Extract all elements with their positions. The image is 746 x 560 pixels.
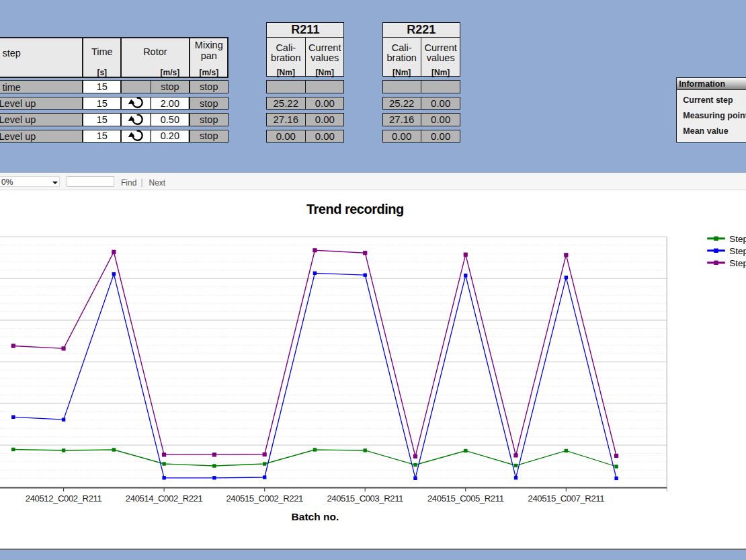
svg-text:Trend recording: Trend recording <box>306 202 404 216</box>
svg-text:240515_C003_R211: 240515_C003_R211 <box>327 493 403 504</box>
svg-text:240515_C002_R221: 240515_C002_R221 <box>226 493 303 504</box>
svg-text:Step 3: Step 3 <box>729 246 746 256</box>
svg-text:240512_C002_R211: 240512_C002_R211 <box>26 493 102 504</box>
svg-text:Batch no.: Batch no. <box>292 511 339 522</box>
svg-text:Step 4: Step 4 <box>729 258 746 268</box>
svg-text:240515_C005_R211: 240515_C005_R211 <box>427 493 504 504</box>
svg-text:Step 2: Step 2 <box>729 234 746 244</box>
svg-text:240514_C002_R221: 240514_C002_R221 <box>126 493 203 504</box>
svg-text:240515_C007_R211: 240515_C007_R211 <box>528 493 605 504</box>
